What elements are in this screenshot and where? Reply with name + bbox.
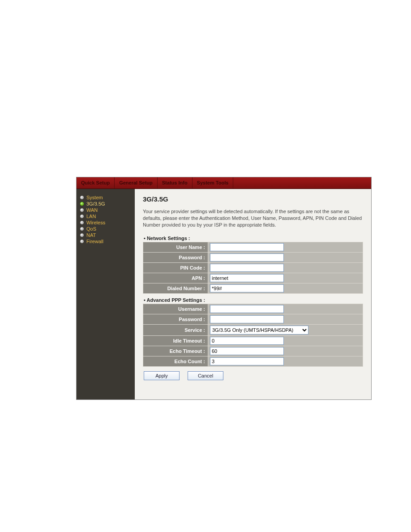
ppp-password-input[interactable] xyxy=(210,315,284,323)
sidebar-item-label: Firewall xyxy=(86,239,103,244)
sidebar-item-label: Wireless xyxy=(86,220,105,225)
ppp-settings-heading: Advanced PPP Settings : xyxy=(144,297,363,303)
bullet-icon xyxy=(80,240,84,243)
apn-input[interactable] xyxy=(210,274,284,282)
network-settings-table: User Name : Password : PIN Code : APN : … xyxy=(143,242,363,294)
apply-button[interactable]: Apply xyxy=(144,371,180,380)
sidebar: System 3G/3.5G WAN LAN Wireless QoS xyxy=(77,189,135,399)
pincode-input[interactable] xyxy=(210,264,284,272)
username-label: User Name : xyxy=(143,242,208,252)
service-select[interactable]: 3G/3.5G Only (UMTS/HSPA/HSDPA) xyxy=(210,326,308,335)
bullet-icon xyxy=(80,233,84,237)
network-settings-heading: Network Settings : xyxy=(144,236,363,241)
bullet-icon xyxy=(80,227,84,231)
tab-quick-setup[interactable]: Quick Setup xyxy=(77,177,115,189)
sidebar-item-label: WAN xyxy=(86,207,98,213)
password-label: Password : xyxy=(143,252,208,262)
sidebar-item-label: QoS xyxy=(86,226,96,232)
echo-count-input[interactable] xyxy=(210,357,284,365)
button-row: Apply Cancel xyxy=(143,371,363,380)
sidebar-item-label: System xyxy=(86,195,103,200)
apn-label: APN : xyxy=(143,273,208,283)
sidebar-item-wireless[interactable]: Wireless xyxy=(80,219,131,226)
service-label: Service : xyxy=(143,324,208,335)
bullet-icon xyxy=(80,196,84,199)
ppp-settings-table: Username : Password : Service : 3G/3.5G … xyxy=(143,304,363,367)
sidebar-item-lan[interactable]: LAN xyxy=(80,213,131,219)
password-input[interactable] xyxy=(210,253,284,262)
sidebar-item-system[interactable]: System xyxy=(80,194,131,201)
content-pane: 3G/3.5G Your service provider settings w… xyxy=(135,189,371,399)
bullet-icon xyxy=(80,208,84,212)
sidebar-item-label: NAT xyxy=(86,232,96,238)
ppp-username-label: Username : xyxy=(143,304,208,314)
echo-timeout-input[interactable] xyxy=(210,347,284,355)
bullet-icon xyxy=(80,215,84,218)
ppp-username-input[interactable] xyxy=(210,305,284,313)
sidebar-item-firewall[interactable]: Firewall xyxy=(80,238,131,245)
router-admin-window: Quick Setup General Setup Status Info Sy… xyxy=(76,177,372,400)
cancel-button[interactable]: Cancel xyxy=(188,371,223,380)
top-nav: Quick Setup General Setup Status Info Sy… xyxy=(77,177,371,189)
dialed-number-input[interactable] xyxy=(210,284,284,292)
ppp-password-label: Password : xyxy=(143,314,208,324)
sidebar-item-qos[interactable]: QoS xyxy=(80,226,131,232)
echo-count-label: Echo Count : xyxy=(143,356,208,366)
sidebar-item-wan[interactable]: WAN xyxy=(80,207,131,213)
tab-general-setup[interactable]: General Setup xyxy=(115,177,158,189)
page-title: 3G/3.5G xyxy=(143,195,363,203)
username-input[interactable] xyxy=(210,243,284,251)
bullet-icon xyxy=(80,202,84,206)
sidebar-item-3g[interactable]: 3G/3.5G xyxy=(80,201,131,207)
idle-timeout-input[interactable] xyxy=(210,337,284,345)
echo-timeout-label: Echo Timeout : xyxy=(143,346,208,356)
sidebar-item-nat[interactable]: NAT xyxy=(80,232,131,238)
tab-system-tools[interactable]: System Tools xyxy=(193,177,234,189)
page-description: Your service provider settings will be d… xyxy=(143,208,363,228)
sidebar-item-label: 3G/3.5G xyxy=(86,201,105,206)
pincode-label: PIN Code : xyxy=(143,262,208,273)
dialed-number-label: Dialed Number : xyxy=(143,283,208,293)
sidebar-item-label: LAN xyxy=(86,214,96,219)
idle-timeout-label: Idle Timeout : xyxy=(143,335,208,346)
tab-status-info[interactable]: Status Info xyxy=(158,177,193,189)
bullet-icon xyxy=(80,221,84,224)
